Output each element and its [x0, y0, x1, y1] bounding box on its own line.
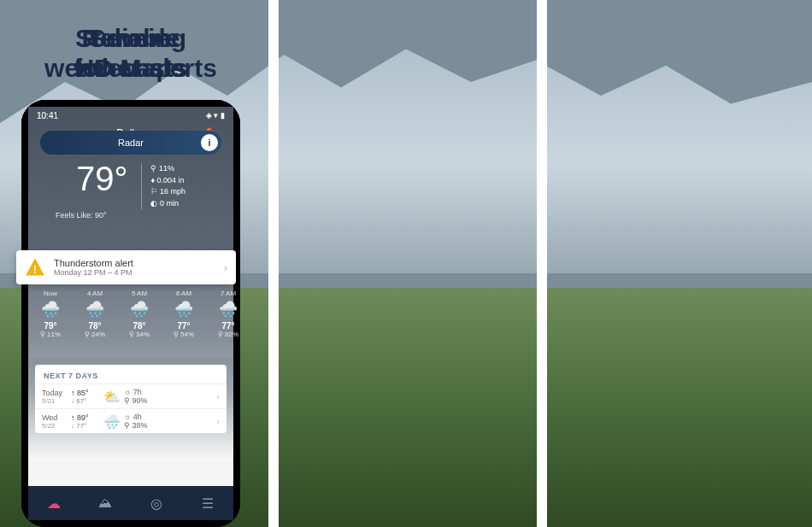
- hour-temp: 78°: [73, 321, 117, 331]
- status-bar: 10:41 ◈ ▾ ▮: [28, 107, 233, 124]
- stat-rain: ♦ 0.004 in: [150, 175, 185, 187]
- headline-line2: weather alerts: [44, 54, 217, 82]
- day-hi-lo: ↑ 89°↓ 77°: [71, 413, 100, 430]
- hour-cell[interactable]: 5 AM🌧️78°⚲ 34%: [117, 284, 162, 358]
- status-time: 10:41: [37, 111, 58, 120]
- nav-outdoor[interactable]: ⛰: [79, 486, 131, 520]
- phone-screen: 10:41 ◈ ▾ ▮ Dallas 📍 Now 79° ⚲ 11% ♦ 0.0…: [28, 107, 233, 520]
- chevron-right-icon: ›: [224, 261, 227, 274]
- hour-temp: 77°: [206, 321, 250, 331]
- hero-stats: ⚲ 11% ♦ 0.004 in ⚐ 16 mph ◐ 0 min: [141, 163, 185, 209]
- hour-time: 7 AM: [206, 290, 250, 297]
- day-label: Today5/21: [42, 389, 71, 405]
- weather-icon: 🌧️: [117, 300, 162, 319]
- nav-menu[interactable]: ☰: [182, 486, 233, 520]
- bottom-nav: ☁ ⛰ ◎ ☰: [28, 486, 233, 520]
- day-sun-precip: ☼ 7h⚲ 90%: [124, 388, 216, 405]
- feels-like: Feels Like: 90°: [56, 211, 107, 220]
- weather-icon: 🌧️: [73, 300, 117, 319]
- alert-text: Thunderstorm alert Monday 12 PM – 4 PM: [54, 258, 215, 277]
- hour-temp: 77°: [162, 321, 206, 331]
- hour-precip: ⚲ 24%: [73, 331, 117, 338]
- alert-title: Thunderstorm alert: [54, 258, 133, 268]
- hourly-forecast[interactable]: Now🌧️79°⚲ 11%4 AM🌧️78°⚲ 24%5 AM🌧️78°⚲ 34…: [28, 284, 233, 358]
- info-icon[interactable]: i: [201, 134, 218, 151]
- stat-sun: ◐ 0 min: [150, 198, 185, 210]
- hour-precip: ⚲ 54%: [162, 331, 206, 338]
- day-sun-precip: ☼ 4h⚲ 38%: [124, 413, 216, 430]
- alert-subtitle: Monday 12 PM – 4 PM: [54, 268, 215, 277]
- nav-radar[interactable]: ◎: [131, 486, 182, 520]
- current-temp: 79°: [76, 160, 128, 209]
- day-row[interactable]: Today5/21↑ 85°↓ 67°⛅☼ 7h⚲ 90%›: [35, 384, 227, 408]
- hour-precip: ⚲ 82%: [206, 331, 250, 338]
- weather-icon: ⛅: [100, 389, 124, 405]
- headline-line1: Severe: [89, 24, 173, 52]
- hour-temp: 79°: [28, 321, 73, 331]
- weather-icon: 🌧️: [28, 300, 73, 319]
- hour-cell[interactable]: 4 AM🌧️78°⚲ 24%: [73, 284, 117, 358]
- hour-time: Now: [28, 290, 73, 297]
- hour-precip: ⚲ 34%: [117, 331, 162, 338]
- hour-cell[interactable]: 6 AM🌧️77°⚲ 54%: [162, 284, 206, 358]
- next7-header: NEXT 7 DAYS: [35, 365, 227, 384]
- day-row[interactable]: Wed5/22↑ 89°↓ 77°🌧️☼ 4h⚲ 38%›: [35, 408, 227, 433]
- hour-cell[interactable]: Now🌧️79°⚲ 11%: [28, 284, 73, 358]
- hour-cell[interactable]: 7 AM🌧️77°⚲ 82%: [206, 284, 250, 358]
- radar-selector-pill[interactable]: Radar i: [40, 131, 221, 155]
- next-7-days-card[interactable]: NEXT 7 DAYS Today5/21↑ 85°↓ 67°⛅☼ 7h⚲ 90…: [35, 365, 227, 433]
- hour-temp: 78°: [117, 321, 162, 331]
- weather-icon: 🌧️: [206, 300, 250, 319]
- hour-time: 4 AM: [73, 290, 117, 297]
- hour-time: 6 AM: [162, 290, 206, 297]
- phone-frame: 10:41 ◈ ▾ ▮ Dallas 📍 Now 79° ⚲ 11% ♦ 0.0…: [21, 100, 240, 527]
- chevron-right-icon: ›: [216, 416, 220, 426]
- day-label: Wed5/22: [42, 413, 71, 430]
- panel-alerts: Severe weather alerts 10:41 ◈ ▾ ▮ Dallas…: [0, 0, 262, 527]
- warning-icon: !: [25, 257, 45, 278]
- headline: Severe weather alerts: [44, 24, 217, 83]
- weather-icon: 🌧️: [162, 300, 206, 319]
- hero-row: 79° ⚲ 11% ♦ 0.004 in ⚐ 16 mph ◐ 0 min: [28, 160, 233, 209]
- radar-label: Radar: [118, 138, 144, 148]
- day-hi-lo: ↑ 85°↓ 67°: [71, 389, 100, 405]
- status-icons: ◈ ▾ ▮: [206, 111, 225, 120]
- weather-icon: 🌧️: [100, 413, 124, 430]
- nav-weather[interactable]: ☁: [28, 486, 79, 520]
- stat-precip: ⚲ 11%: [150, 163, 185, 175]
- chevron-right-icon: ›: [216, 391, 220, 401]
- weather-alert-card[interactable]: ! Thunderstorm alert Monday 12 PM – 4 PM…: [16, 250, 236, 284]
- stat-wind: ⚐ 16 mph: [150, 186, 185, 198]
- panel-divider: [268, 0, 279, 527]
- hour-time: 5 AM: [117, 290, 162, 297]
- hour-precip: ⚲ 11%: [28, 331, 73, 338]
- panel-divider: [537, 0, 547, 527]
